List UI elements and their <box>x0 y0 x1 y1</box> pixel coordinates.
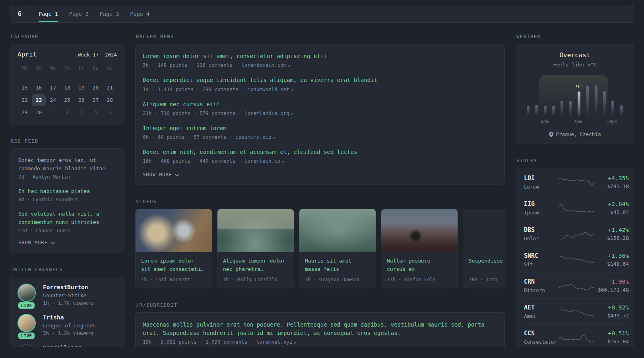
stock-name: Sit <box>524 261 558 267</box>
twitch-channel-row[interactable]: LIVE KendallCarr <box>17 344 117 347</box>
calendar-weekday: Th <box>60 65 74 75</box>
stocks-section: STOCKS LDI Lorem +4.35% $795.18 <box>516 158 634 347</box>
rss-item-title[interactable]: Sed volutpat nulla nisl, a condimentum n… <box>18 210 116 226</box>
weather-bar <box>552 106 555 116</box>
weather-location-label: Prague, Czechia <box>556 131 601 137</box>
stock-sparkline <box>558 253 595 267</box>
center-column: HACKER NEWS Lorem ipsum dolor sit amet, … <box>135 34 505 347</box>
hackernews-item-title[interactable]: Donec enim nibh, condimentum et accumsan… <box>143 148 497 156</box>
twitch-channel-game: League of Legends <box>43 323 96 329</box>
weather-bar-column <box>600 78 609 116</box>
external-link-icon[interactable]: ↗ <box>282 158 285 164</box>
video-thumbnail[interactable] <box>217 209 294 252</box>
stock-id: CCS Consectetur <box>524 330 558 345</box>
video-title[interactable]: Lorem ipsum dolor sit amet consectetu… <box>141 257 206 274</box>
page-tab[interactable]: Page 2 <box>69 5 89 22</box>
weather-bar <box>544 106 547 116</box>
stock-ticker: CRN <box>524 278 558 285</box>
stock-change: +2.84% <box>595 201 629 207</box>
weather-bars: 9° <box>524 78 626 116</box>
hackernews-item[interactable]: Integer eget rutrum lorem 6h · 60 points… <box>143 124 497 140</box>
twitch-channel-name[interactable]: KendallCarr <box>43 344 81 347</box>
app-logo: G <box>10 5 29 22</box>
chevron-down-icon <box>175 174 179 177</box>
rss-item-title[interactable]: Donec tempor eros leo, ut commodo mauris… <box>18 156 116 173</box>
rss-show-more-button[interactable]: SHOW MORE <box>18 240 55 245</box>
hackernews-item-title[interactable]: Donec imperdiet augue tincidunt felis al… <box>143 76 497 84</box>
calendar-day: 22 <box>17 94 32 106</box>
video-thumbnail[interactable] <box>299 209 376 252</box>
subreddit-post-stats: 19h · 9,932 points · 1,090 comments · lo… <box>143 339 292 345</box>
video-card[interactable]: Nullam posuere cursus ex 17h · Stefan Co… <box>381 209 458 288</box>
hackernews-section: HACKER NEWS Lorem ipsum dolor sit amet, … <box>135 34 505 185</box>
weather-axis-tick: 10pm <box>607 119 618 125</box>
video-card[interactable]: Mauris sit amet massa felis 7h · Grayson… <box>299 209 376 288</box>
calendar-day: 1 <box>46 107 60 119</box>
subreddit-heading: /R/SUBREDDIT <box>136 302 505 308</box>
separator-dot: · <box>99 52 105 58</box>
subreddit-post[interactable]: Maecenas mollis pulvinar erat non posuer… <box>143 321 497 345</box>
stock-row[interactable]: LDI Lorem +4.35% $795.18 <box>524 169 626 195</box>
page-tab[interactable]: Page 3 <box>100 5 119 22</box>
rss-item-meta: 8d · Cynthia Saunders <box>18 197 116 202</box>
video-thumbnail[interactable] <box>381 209 458 252</box>
stock-row[interactable]: CRN Bitcorn -1.00% $66,171.48 <box>524 272 626 298</box>
stock-values: +1.42% $156.28 <box>595 227 629 241</box>
external-link-icon[interactable]: ↗ <box>291 87 294 92</box>
calendar-day: 19 <box>74 82 89 94</box>
rss-heading: RSS FEED <box>11 138 124 144</box>
hackernews-item[interactable]: Lorem ipsum dolor sit amet, consectetur … <box>143 52 497 68</box>
stock-row[interactable]: CCS Consectetur +0.51% $165.84 <box>524 324 626 347</box>
video-card-body: Nullam posuere cursus ex 17h · Stefan Co… <box>381 252 458 288</box>
hackernews-item[interactable]: Aliquam nec cursus elit 21h · 710 points… <box>143 100 497 116</box>
hackernews-item-meta: 6h · 60 points · 57 comments · ipsumify.… <box>143 134 497 140</box>
twitch-channel-name[interactable]: Trisha <box>43 314 96 321</box>
calendar-year: 2024 <box>105 52 117 58</box>
twitch-channel-name[interactable]: ForrestBurton <box>43 284 94 290</box>
weather-chart: 9° <box>524 78 626 116</box>
rss-item[interactable]: Sed volutpat nulla nisl, a condimentum n… <box>18 210 116 233</box>
twitch-channel-row[interactable]: LIVE ForrestBurton Counter-Strike 1h · 1… <box>17 284 117 306</box>
video-thumbnail[interactable] <box>463 209 505 252</box>
video-title[interactable]: Suspendisse diam <box>469 257 505 274</box>
subreddit-post-title[interactable]: Maecenas mollis pulvinar erat non posuer… <box>143 321 497 337</box>
video-title[interactable]: Aliquam tempor dolor nec pharetra… <box>223 257 288 274</box>
video-card[interactable]: Lorem ipsum dolor sit amet consectetu… 1… <box>135 209 212 288</box>
hackernews-item[interactable]: Donec imperdiet augue tincidunt felis al… <box>143 76 497 92</box>
rss-item[interactable]: In hac habitasse platea 8d · Cynthia Sau… <box>18 187 116 202</box>
hackernews-item-title[interactable]: Lorem ipsum dolor sit amet, consectetur … <box>143 52 497 60</box>
twitch-channel-info: KendallCarr <box>43 344 81 347</box>
hackernews-item-title[interactable]: Aliquam nec cursus elit <box>143 100 497 108</box>
page-tab[interactable]: Page 4 <box>130 5 149 22</box>
chevron-down-icon <box>50 242 55 245</box>
video-card[interactable]: Suspendisse diam 18h · Tara <box>463 209 505 288</box>
video-card[interactable]: Aliquam tempor dolor nec pharetra… 1h · … <box>217 209 294 288</box>
calendar-day: 15 <box>17 82 32 94</box>
external-link-icon[interactable]: ↗ <box>291 111 294 116</box>
weather-bar-column <box>541 78 549 116</box>
external-link-icon[interactable]: ↗ <box>273 134 276 140</box>
stock-row[interactable]: SNRC Sit +1.36% $148.64 <box>524 247 626 272</box>
hackernews-show-more-button[interactable]: SHOW MORE <box>143 172 179 177</box>
stock-row[interactable]: DBS Dolor +1.42% $156.28 <box>524 221 626 247</box>
external-link-icon[interactable]: ↗ <box>288 62 291 68</box>
page-tab[interactable]: Page 1 <box>39 5 58 22</box>
video-title[interactable]: Mauris sit amet massa felis <box>305 257 370 274</box>
video-title[interactable]: Nullam posuere cursus ex <box>387 257 452 274</box>
weather-bar <box>611 101 614 116</box>
stock-price: $66,171.48 <box>595 287 629 293</box>
external-link-icon[interactable]: ↗ <box>294 339 297 345</box>
stock-row[interactable]: AET Amet +0.92% $499.72 <box>524 298 626 324</box>
weather-bar <box>603 91 606 116</box>
weather-bar-column <box>617 78 626 116</box>
stock-row[interactable]: IIG Ipsum +2.84% $42.04 <box>524 195 626 221</box>
video-thumbnail[interactable] <box>136 209 212 252</box>
hackernews-item-title[interactable]: Integer eget rutrum lorem <box>143 124 497 132</box>
calendar-day: 26 <box>74 94 89 106</box>
video-card-body: Mauris sit amet massa felis 7h · Grayson… <box>299 252 376 288</box>
rss-item[interactable]: Donec tempor eros leo, ut commodo mauris… <box>18 156 116 180</box>
weather-section: WEATHER Overcast Feels like 5°C <box>516 34 634 144</box>
hackernews-item[interactable]: Donec enim nibh, condimentum et accumsan… <box>143 148 497 164</box>
rss-item-title[interactable]: In hac habitasse platea <box>18 187 116 195</box>
twitch-channel-row[interactable]: LIVE Trisha League of Legends 3h · 1.2k … <box>17 314 117 336</box>
